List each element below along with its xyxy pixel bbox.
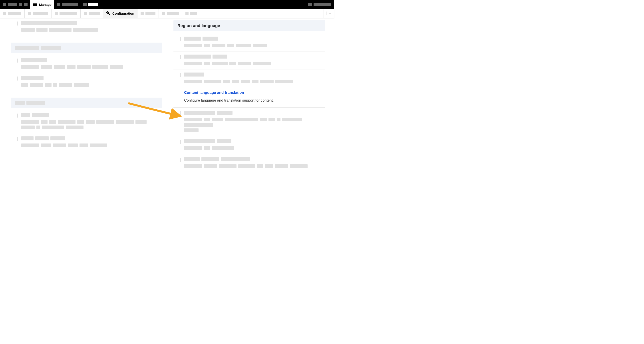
- config-section-header-region-language: Region and language: [174, 20, 325, 31]
- config-item-placeholder[interactable]: [11, 133, 162, 151]
- admin-menu-item[interactable]: [80, 9, 103, 18]
- page-content: Region and language: [0, 18, 334, 180]
- admin-menu-item[interactable]: [52, 9, 80, 18]
- config-item-content-language-translation[interactable]: Content language and translation Configu…: [174, 87, 325, 108]
- config-item-placeholder[interactable]: [174, 33, 325, 51]
- admin-menu-item[interactable]: [0, 9, 25, 18]
- topbar-tab-manage[interactable]: Manage: [30, 0, 54, 9]
- admin-menu-bar: Configuration ←: [0, 9, 334, 18]
- topbar-tab-placeholder[interactable]: [54, 0, 80, 9]
- config-item-link[interactable]: Content language and translation: [184, 90, 244, 95]
- admin-menu-item[interactable]: [159, 9, 182, 18]
- admin-menu-item[interactable]: [182, 9, 200, 18]
- topbar-tab-label: Manage: [39, 3, 52, 6]
- hamburger-icon: [33, 3, 37, 6]
- divider-icon: [326, 11, 326, 15]
- config-item-placeholder[interactable]: [174, 108, 325, 136]
- admin-menu-item-label: Configuration: [112, 11, 134, 15]
- config-item-placeholder[interactable]: [174, 154, 325, 172]
- config-item-placeholder[interactable]: [11, 55, 162, 73]
- config-section-header-placeholder: [11, 43, 162, 53]
- config-item-placeholder[interactable]: [11, 20, 162, 36]
- topbar-right-placeholder[interactable]: [306, 0, 334, 9]
- config-item-placeholder[interactable]: [174, 136, 325, 154]
- admin-menu-item[interactable]: [138, 9, 159, 18]
- config-section-header-placeholder: [11, 98, 162, 108]
- section-title: Region and language: [178, 23, 220, 28]
- config-item-placeholder[interactable]: [174, 69, 325, 87]
- admin-menu-item-configuration[interactable]: Configuration: [103, 9, 138, 18]
- admin-menu-collapse[interactable]: ←: [324, 9, 334, 18]
- topbar-tab-placeholder[interactable]: [80, 0, 100, 9]
- config-left-column: [11, 20, 162, 172]
- topbar: Manage: [0, 0, 334, 9]
- config-item-placeholder[interactable]: [174, 51, 325, 69]
- config-item-description: Configure language and translation suppo…: [184, 98, 325, 103]
- admin-menu-item[interactable]: [25, 9, 52, 18]
- config-item-placeholder[interactable]: [11, 73, 162, 91]
- config-right-column: Region and language: [174, 20, 325, 172]
- topbar-tab-placeholder[interactable]: [0, 0, 30, 9]
- arrow-left-icon: ←: [328, 11, 332, 16]
- config-item-placeholder[interactable]: [11, 110, 162, 133]
- wrench-icon: [106, 11, 110, 15]
